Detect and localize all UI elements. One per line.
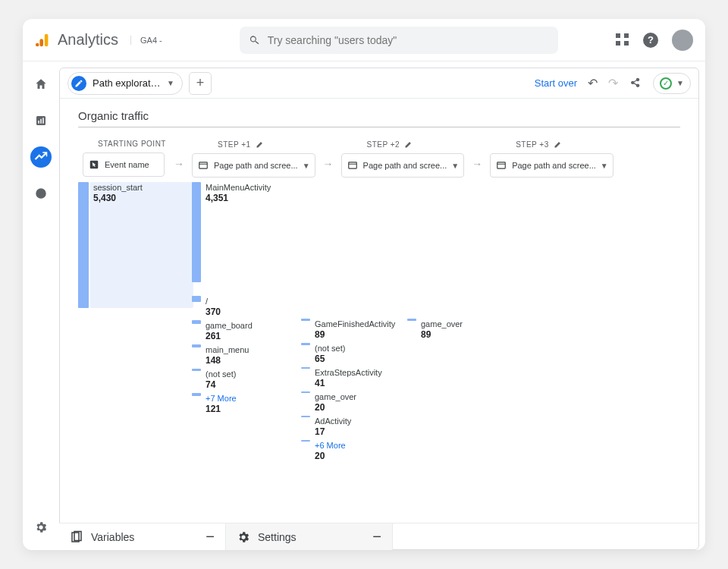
dropdown-label: Event name bbox=[105, 160, 149, 169]
step-3-dropdown[interactable]: Page path and scree... ▼ bbox=[490, 153, 613, 178]
share-icon[interactable] bbox=[629, 75, 642, 92]
page-icon bbox=[197, 159, 209, 171]
redo-icon[interactable]: ↷ bbox=[608, 76, 618, 90]
nav-reports-icon[interactable] bbox=[30, 110, 52, 131]
main-panel: Path explorati... ▼ + Start over ↶ ↷ ✓ ▼ bbox=[59, 68, 699, 550]
sankey-node[interactable]: game_over89 bbox=[407, 319, 463, 340]
search-bar[interactable] bbox=[240, 27, 558, 54]
tab-row: Path explorati... ▼ + Start over ↶ ↷ ✓ ▼ bbox=[60, 68, 698, 99]
report-title[interactable]: Organic traffic bbox=[78, 109, 680, 127]
page-icon bbox=[347, 159, 359, 171]
page-icon bbox=[495, 159, 507, 171]
sankey-node[interactable]: +7 More121 bbox=[192, 393, 271, 414]
collapse-icon[interactable]: − bbox=[206, 528, 215, 545]
step-2-dropdown[interactable]: Page path and scree... ▼ bbox=[341, 153, 465, 178]
app-window: Analytics GA4 - ? Path explorati bbox=[23, 19, 705, 550]
node-bar bbox=[301, 343, 310, 345]
node-bar bbox=[301, 391, 310, 393]
svg-rect-5 bbox=[40, 119, 42, 124]
nav-explore-icon[interactable] bbox=[30, 146, 52, 168]
side-nav bbox=[23, 61, 59, 550]
sankey-chart: session_start 5,430 MainMenuActivity4,35… bbox=[78, 182, 680, 455]
pencil-icon[interactable] bbox=[256, 140, 265, 149]
variables-icon bbox=[70, 530, 83, 544]
edit-icon bbox=[71, 76, 86, 91]
node-bar bbox=[301, 416, 310, 417]
sankey-node[interactable]: (not set)65 bbox=[301, 343, 395, 364]
node-text: AdActivity17 bbox=[315, 416, 351, 437]
nav-advertising-icon[interactable] bbox=[30, 183, 52, 204]
undo-icon[interactable]: ↶ bbox=[588, 76, 598, 90]
step-1: STEP +1 Page path and scree... ▼ bbox=[192, 140, 315, 178]
node-bar bbox=[192, 182, 201, 282]
sankey-node[interactable]: /370 bbox=[192, 296, 271, 317]
apps-icon[interactable] bbox=[616, 33, 629, 47]
sankey-node[interactable]: session_start 5,430 bbox=[78, 182, 143, 308]
pencil-icon[interactable] bbox=[404, 140, 413, 149]
search-input[interactable] bbox=[268, 34, 549, 46]
analytics-logo-icon bbox=[35, 32, 52, 49]
collapse-icon[interactable]: − bbox=[372, 528, 381, 545]
step3-column: game_over89 bbox=[407, 319, 463, 343]
property-selector[interactable]: GA4 - bbox=[130, 36, 162, 45]
node-bar bbox=[78, 182, 89, 308]
sankey-node[interactable]: +6 More20 bbox=[301, 440, 395, 461]
node-bar bbox=[192, 369, 201, 371]
pencil-icon[interactable] bbox=[554, 140, 563, 149]
svg-rect-0 bbox=[45, 33, 49, 46]
node-bar bbox=[192, 393, 201, 396]
dropdown-label: Page path and scree... bbox=[363, 161, 447, 170]
svg-point-2 bbox=[36, 42, 39, 46]
panel-label: Settings bbox=[258, 531, 297, 543]
step-1-dropdown[interactable]: Page path and scree... ▼ bbox=[192, 153, 315, 178]
step-label: STEP +2 bbox=[367, 140, 414, 149]
node-bar bbox=[407, 319, 416, 321]
sankey-node[interactable]: GameFinishedActivity89 bbox=[301, 319, 395, 340]
svg-rect-6 bbox=[42, 118, 44, 124]
add-tab-button[interactable]: + bbox=[189, 72, 212, 95]
arrow-icon: → bbox=[174, 158, 184, 170]
node-text: +6 More20 bbox=[315, 440, 346, 461]
step-label: STARTING POINT bbox=[98, 140, 166, 148]
settings-icon bbox=[237, 530, 250, 544]
sankey-node[interactable]: AdActivity17 bbox=[301, 416, 395, 437]
sankey-node[interactable]: (not set)74 bbox=[192, 369, 271, 390]
node-text: GameFinishedActivity89 bbox=[315, 319, 395, 340]
chevron-down-icon: ▼ bbox=[601, 162, 608, 170]
sankey-node[interactable]: main_menu148 bbox=[192, 344, 271, 366]
sankey-node[interactable]: MainMenuActivity4,351 bbox=[192, 182, 271, 282]
node-text: session_start 5,430 bbox=[93, 182, 143, 203]
settings-panel[interactable]: Settings − bbox=[226, 523, 393, 550]
svg-point-8 bbox=[39, 192, 43, 196]
svg-rect-14 bbox=[497, 162, 506, 168]
node-text: (not set)65 bbox=[315, 343, 345, 364]
node-text: MainMenuActivity4,351 bbox=[206, 182, 271, 203]
app-header: Analytics GA4 - ? bbox=[23, 19, 705, 61]
starting-point-dropdown[interactable]: Event name bbox=[83, 152, 165, 177]
help-icon[interactable]: ? bbox=[643, 33, 658, 48]
svg-rect-12 bbox=[348, 162, 356, 168]
svg-rect-1 bbox=[39, 39, 43, 46]
arrow-icon: → bbox=[323, 158, 334, 170]
start-over-button[interactable]: Start over bbox=[535, 77, 577, 89]
chevron-down-icon: ▼ bbox=[167, 79, 174, 87]
sankey-node[interactable]: ExtraStepsActivity41 bbox=[301, 367, 395, 388]
tab-active[interactable]: Path explorati... ▼ bbox=[67, 72, 183, 95]
node-text: game_over20 bbox=[315, 391, 356, 413]
nav-home-icon[interactable] bbox=[30, 74, 52, 95]
node-bar bbox=[192, 344, 201, 347]
variables-panel[interactable]: Variables − bbox=[59, 523, 226, 550]
product-name: Analytics bbox=[58, 31, 118, 49]
sankey-node[interactable]: game_board261 bbox=[192, 320, 271, 341]
sankey-node[interactable]: game_over20 bbox=[301, 391, 395, 413]
status-pill[interactable]: ✓ ▼ bbox=[653, 73, 691, 94]
avatar[interactable] bbox=[672, 30, 693, 51]
step2-column: GameFinishedActivity89(not set)65ExtraSt… bbox=[301, 319, 395, 464]
search-icon bbox=[249, 34, 260, 46]
step1-column: MainMenuActivity4,351/370game_board261ma… bbox=[192, 182, 271, 417]
nav-admin-icon[interactable] bbox=[30, 517, 52, 538]
node-text: /370 bbox=[206, 296, 221, 317]
svg-rect-10 bbox=[199, 162, 208, 168]
panel-label: Variables bbox=[91, 531, 134, 543]
chevron-down-icon: ▼ bbox=[676, 79, 684, 87]
